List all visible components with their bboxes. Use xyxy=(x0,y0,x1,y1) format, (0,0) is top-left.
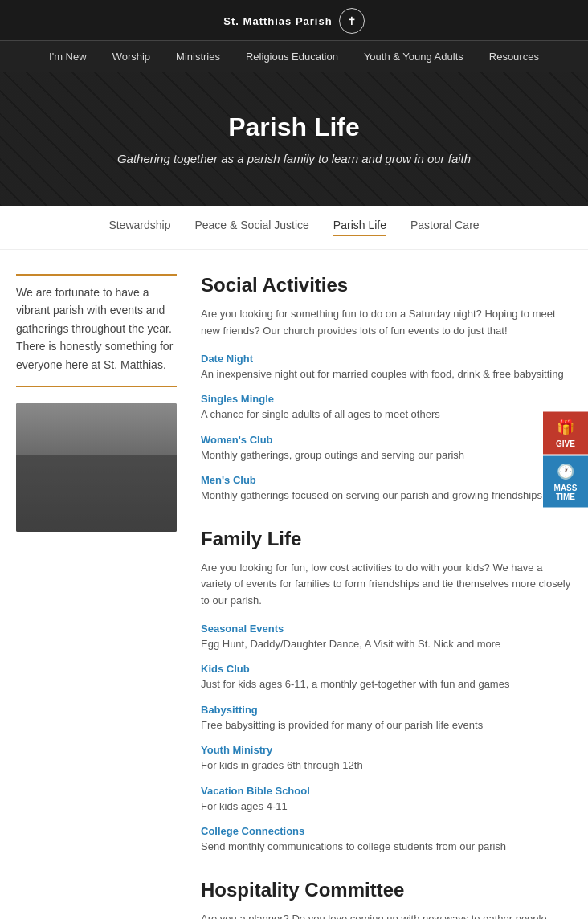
mens-club-link[interactable]: Men's Club xyxy=(201,474,572,486)
babysitting-link[interactable]: Babysitting xyxy=(201,704,572,716)
hospitality-section: Hospitality Committee Are you a planner?… xyxy=(201,879,572,919)
logo-icon: ✝ xyxy=(339,8,365,34)
hero-subtitle: Gathering together as a parish family to… xyxy=(117,152,471,165)
tab-pastoral-care[interactable]: Pastoral Care xyxy=(410,219,480,236)
family-life-title: Family Life xyxy=(201,528,572,550)
tab-stewardship[interactable]: Stewardship xyxy=(108,219,170,236)
hero-title: Parish Life xyxy=(228,112,360,142)
family-life-desc: Are you looking for fun, low cost activi… xyxy=(201,560,572,610)
mass-time-button[interactable]: 🕐 MASS TIME xyxy=(543,456,588,508)
activity-vbs: Vacation Bible School For kids ages 4-11 xyxy=(201,785,572,815)
nav-worship[interactable]: Worship xyxy=(100,41,163,72)
main-nav: I'm New Worship Ministries Religious Edu… xyxy=(0,40,588,72)
nav-youth-young-adults[interactable]: Youth & Young Adults xyxy=(351,41,476,72)
date-night-desc: An inexpensive night out for married cou… xyxy=(201,368,564,380)
hospitality-title: Hospitality Committee xyxy=(201,879,572,901)
activity-date-night: Date Night An inexpensive night out for … xyxy=(201,353,572,382)
nav-im-new[interactable]: I'm New xyxy=(36,41,100,72)
clock-icon: 🕐 xyxy=(557,463,574,480)
activity-youth-ministry: Youth Ministry For kids in grades 6th th… xyxy=(201,744,572,774)
activity-kids-club: Kids Club Just for kids ages 6-11, a mon… xyxy=(201,663,572,692)
college-connections-link[interactable]: College Connections xyxy=(201,825,572,837)
side-buttons: 🎁 GIVE 🕐 MASS TIME xyxy=(543,412,588,508)
vbs-desc: For kids ages 4-11 xyxy=(201,800,288,812)
kids-club-link[interactable]: Kids Club xyxy=(201,663,572,675)
family-life-section: Family Life Are you looking for fun, low… xyxy=(201,528,572,855)
kids-club-desc: Just for kids ages 6-11, a monthly get-t… xyxy=(201,678,509,690)
singles-mingle-desc: A chance for single adults of all ages t… xyxy=(201,408,440,420)
activity-womens-club: Women's Club Monthly gatherings, group o… xyxy=(201,434,572,464)
site-name: St. Matthias Parish xyxy=(223,15,332,27)
nav-religious-education[interactable]: Religious Education xyxy=(233,41,351,72)
mass-label: MASS TIME xyxy=(546,484,585,501)
hospitality-desc: Are you a planner? Do you love coming up… xyxy=(201,911,572,919)
vbs-link[interactable]: Vacation Bible School xyxy=(201,785,572,797)
hero-section: Parish Life Gathering together as a pari… xyxy=(0,72,588,206)
college-connections-desc: Send monthly communications to college s… xyxy=(201,840,506,852)
mens-club-desc: Monthly gatherings focused on serving ou… xyxy=(201,489,542,501)
womens-club-link[interactable]: Women's Club xyxy=(201,434,572,446)
sidebar-image xyxy=(16,403,177,532)
sidebar-description: We are fortunate to have a vibrant paris… xyxy=(16,274,177,387)
seasonal-events-desc: Egg Hunt, Daddy/Daughter Dance, A Visit … xyxy=(201,638,500,650)
social-activities-desc: Are you looking for something fun to do … xyxy=(201,306,572,340)
date-night-link[interactable]: Date Night xyxy=(201,353,572,365)
womens-club-desc: Monthly gatherings, group outings and se… xyxy=(201,449,464,461)
main-content: We are fortunate to have a vibrant paris… xyxy=(0,250,588,919)
gathering-photo xyxy=(16,403,177,532)
sidebar: We are fortunate to have a vibrant paris… xyxy=(16,274,177,919)
logo-area: St. Matthias Parish ✝ xyxy=(0,8,588,40)
give-label: GIVE xyxy=(556,439,575,448)
sub-nav: Stewardship Peace & Social Justice Paris… xyxy=(0,206,588,250)
give-button[interactable]: 🎁 GIVE xyxy=(543,412,588,455)
singles-mingle-link[interactable]: Singles Mingle xyxy=(201,393,572,405)
tab-parish-life[interactable]: Parish Life xyxy=(333,219,386,236)
tab-peace-social-justice[interactable]: Peace & Social Justice xyxy=(194,219,308,236)
nav-resources[interactable]: Resources xyxy=(476,41,552,72)
activity-singles-mingle: Singles Mingle A chance for single adult… xyxy=(201,393,572,423)
youth-ministry-desc: For kids in grades 6th through 12th xyxy=(201,759,363,771)
gift-icon: 🎁 xyxy=(557,419,574,436)
activity-college-connections: College Connections Send monthly communi… xyxy=(201,825,572,855)
social-activities-section: Social Activities Are you looking for so… xyxy=(201,274,572,504)
nav-ministries[interactable]: Ministries xyxy=(163,41,233,72)
babysitting-desc: Free babysitting is provided for many of… xyxy=(201,719,483,731)
site-header: St. Matthias Parish ✝ I'm New Worship Mi… xyxy=(0,0,588,72)
youth-ministry-link[interactable]: Youth Ministry xyxy=(201,744,572,756)
activity-mens-club: Men's Club Monthly gatherings focused on… xyxy=(201,474,572,504)
content-area: Social Activities Are you looking for so… xyxy=(201,274,572,919)
activity-babysitting: Babysitting Free babysitting is provided… xyxy=(201,704,572,733)
activity-seasonal-events: Seasonal Events Egg Hunt, Daddy/Daughter… xyxy=(201,623,572,652)
seasonal-events-link[interactable]: Seasonal Events xyxy=(201,623,572,635)
social-activities-title: Social Activities xyxy=(201,274,572,296)
